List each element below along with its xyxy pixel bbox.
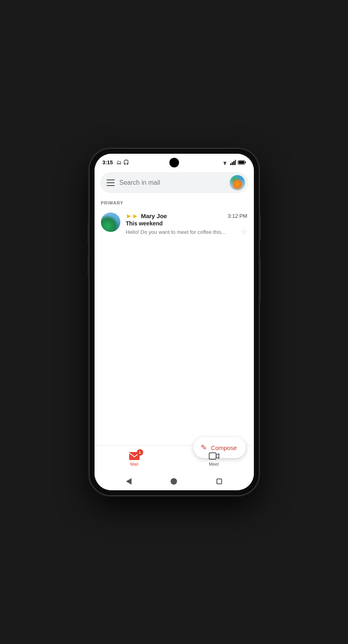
- meet-icon-wrapper: [209, 452, 219, 460]
- sender-avatar-image: [101, 213, 120, 232]
- bottom-nav: 1 Mail Meet: [95, 445, 254, 473]
- meet-nav-label: Meet: [209, 462, 218, 466]
- sender-avatar: [101, 213, 120, 232]
- volume-up-button[interactable]: [88, 221, 90, 246]
- email-preview-row: Hello! Do you want to meet for coffee th…: [126, 227, 247, 236]
- email-time: 3:12 PM: [228, 213, 247, 219]
- mail-nav-label: Mail: [130, 462, 138, 466]
- app-content: PRIMARY ►► Mary Joe 3:12 PM: [95, 168, 254, 490]
- status-left: 3:15 🗂 🎧: [103, 159, 129, 165]
- email-subject: This weekend: [126, 220, 247, 227]
- headset-icon: 🎧: [123, 159, 129, 165]
- recents-icon: [216, 479, 222, 484]
- svg-rect-2: [232, 162, 233, 165]
- camera-hole: [169, 158, 179, 167]
- email-preview: Hello! Do you want to meet for coffee th…: [126, 229, 238, 235]
- svg-rect-1: [230, 163, 231, 165]
- android-nav: [95, 473, 254, 490]
- email-list: ►► Mary Joe 3:12 PM This weekend Hello! …: [95, 208, 254, 445]
- signal-icon: [230, 160, 236, 165]
- back-button[interactable]: [126, 478, 132, 485]
- avatar-image: [230, 175, 245, 190]
- email-item[interactable]: ►► Mary Joe 3:12 PM This weekend Hello! …: [95, 208, 254, 241]
- star-icon[interactable]: ☆: [241, 227, 247, 236]
- search-bar[interactable]: [100, 172, 248, 193]
- email-header: ►► Mary Joe 3:12 PM: [126, 213, 247, 219]
- phone-frame: 3:15 🗂 🎧: [90, 149, 259, 495]
- home-button[interactable]: [171, 478, 177, 485]
- sim-icon: 🗂: [116, 159, 121, 165]
- svg-rect-3: [233, 161, 235, 165]
- meet-icon: [209, 452, 219, 460]
- hamburger-icon[interactable]: [107, 180, 115, 186]
- volume-down-button[interactable]: [88, 254, 90, 278]
- nav-item-mail[interactable]: 1 Mail: [95, 448, 174, 470]
- back-icon: [126, 478, 132, 485]
- email-sender-row: ►► Mary Joe: [126, 213, 167, 219]
- nav-item-meet[interactable]: Meet: [174, 448, 254, 470]
- email-sender: Mary Joe: [141, 213, 167, 219]
- important-icon: ►►: [126, 213, 139, 219]
- recents-button[interactable]: [216, 479, 222, 484]
- status-time: 3:15: [103, 159, 113, 165]
- avatar[interactable]: [230, 175, 245, 190]
- category-label: PRIMARY: [95, 197, 254, 208]
- screen: 3:15 🗂 🎧: [95, 154, 254, 490]
- mail-badge: 1: [137, 449, 143, 456]
- svg-point-0: [224, 164, 225, 165]
- svg-rect-6: [239, 161, 244, 164]
- search-input[interactable]: [119, 179, 225, 186]
- battery-icon: [238, 160, 246, 165]
- email-body: ►► Mary Joe 3:12 PM This weekend Hello! …: [126, 213, 247, 236]
- mail-icon-wrapper: 1: [129, 452, 140, 460]
- svg-rect-4: [235, 160, 236, 165]
- svg-rect-9: [209, 453, 216, 459]
- wifi-icon: [222, 160, 228, 165]
- home-icon: [171, 478, 177, 485]
- svg-rect-7: [245, 161, 246, 163]
- status-icons: [222, 160, 246, 165]
